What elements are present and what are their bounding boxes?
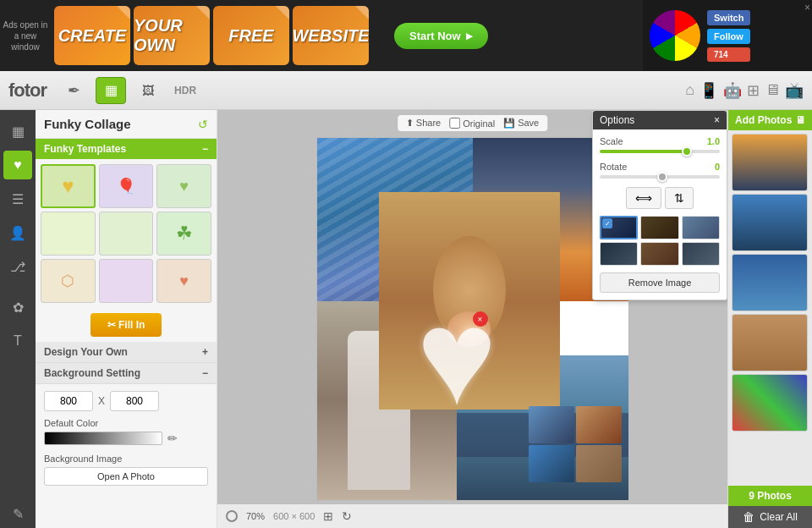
android-icon[interactable]: 🤖: [723, 81, 742, 100]
desktop-icon[interactable]: 🖥: [765, 81, 780, 99]
dimension-width-input[interactable]: [44, 391, 93, 411]
photo-thumbnail-lake: [732, 195, 807, 250]
filter-thumb-5[interactable]: [640, 242, 678, 266]
scale-label: Scale: [600, 136, 623, 146]
template-thumb-1[interactable]: ♥: [41, 164, 96, 208]
filter-thumb-2[interactable]: [640, 216, 678, 239]
app-layout: ▦ ♥ ☰ 👤 ⎇ ✿ T ✎ Funky Collage ↺ Funky Te…: [0, 110, 812, 528]
funky-templates-toggle[interactable]: −: [202, 143, 208, 155]
ad-banner-website[interactable]: WEBSITE: [293, 6, 369, 65]
toolbar-collage-icon[interactable]: ▦: [96, 77, 126, 104]
rotate-icon[interactable]: ↻: [342, 509, 352, 523]
flip-vertical-button[interactable]: ⇅: [665, 187, 694, 209]
ad-banner-yourown[interactable]: YOUR OWN: [134, 6, 210, 65]
fill-in-button[interactable]: ✂ Fill In: [91, 313, 162, 337]
canvas-area: ⬆ Share Original 💾 Save: [217, 110, 727, 528]
left-panel: Funky Collage ↺ Funky Templates − ♥ 🎈 ♥: [36, 110, 217, 528]
template-thumb-8[interactable]: [99, 259, 154, 303]
fotor-switch-button[interactable]: Switch: [707, 10, 750, 25]
background-setting-toggle[interactable]: −: [202, 367, 208, 379]
rotate-row: Rotate 0: [600, 162, 720, 172]
monitor-icon[interactable]: 🖥: [795, 114, 805, 126]
filter-thumb-4[interactable]: [600, 242, 638, 266]
bg-image-label: Background Image: [44, 454, 208, 464]
photo-thumb-4[interactable]: [732, 314, 808, 371]
dimension-x: X: [98, 395, 105, 407]
open-photo-button[interactable]: Open A Photo: [44, 467, 208, 486]
photo-thumb-2[interactable]: [732, 194, 808, 251]
panel-refresh-icon[interactable]: ↺: [198, 118, 208, 131]
mobile-icon[interactable]: 📱: [700, 81, 718, 100]
icon-sidebar: ▦ ♥ ☰ 👤 ⎇ ✿ T ✎: [0, 110, 36, 528]
original-checkbox[interactable]: [449, 118, 460, 129]
fotor-gplus-button[interactable]: 714: [707, 47, 750, 62]
ad-free-label: FREE: [228, 26, 273, 46]
template-thumb-5[interactable]: [99, 212, 154, 256]
funky-templates-header: Funky Templates −: [36, 139, 217, 159]
scale-slider-thumb: [682, 146, 692, 157]
photo-thumbnail-cat: [732, 315, 807, 371]
flip-horizontal-button[interactable]: ⟺: [626, 187, 661, 209]
template-thumb-6[interactable]: ☘: [156, 212, 211, 256]
canvas-toolbar: ⬆ Share Original 💾 Save: [398, 115, 547, 131]
options-close-button[interactable]: ×: [714, 114, 720, 126]
template-thumb-7[interactable]: ⬡: [41, 259, 96, 303]
dimension-height-input[interactable]: [110, 391, 159, 411]
photo-thumb-1[interactable]: [732, 134, 808, 191]
fotor-follow-button[interactable]: Follow: [707, 29, 750, 44]
sidebar-icon-edit[interactable]: ✎: [3, 499, 32, 528]
sidebar-icon-list[interactable]: ☰: [3, 184, 32, 213]
sidebar-icon-flower[interactable]: ✿: [3, 293, 32, 322]
filter-thumb-3[interactable]: [682, 216, 720, 239]
panel-header: Funky Collage ↺: [36, 110, 217, 139]
share-button[interactable]: ⬆ Share: [406, 118, 441, 129]
toolbar-right-icons: ⌂ 📱 🤖 ⊞ 🖥 📺: [685, 81, 804, 100]
canvas-bottom-bar: 70% 600 × 600 ⊞ ↻: [217, 504, 727, 528]
ad-website-label: WEBSITE: [293, 26, 369, 46]
toolbar-edit-icon[interactable]: ✒: [58, 77, 89, 104]
scale-slider[interactable]: [600, 150, 720, 153]
trash-icon: 🗑: [743, 510, 754, 524]
home-icon[interactable]: ⌂: [685, 81, 694, 99]
switch-label: Switch: [714, 13, 743, 23]
canvas-collage: ♥ ×: [316, 137, 629, 501]
design-your-own-toggle[interactable]: +: [202, 346, 208, 358]
template-thumb-3[interactable]: ♥: [156, 164, 211, 208]
default-color-label: Default Color: [44, 418, 208, 428]
sidebar-icon-text[interactable]: T: [3, 327, 32, 355]
tv-icon[interactable]: 📺: [785, 81, 804, 100]
windows-icon[interactable]: ⊞: [747, 81, 760, 100]
toolbar-photo-icon[interactable]: 🖼: [133, 77, 163, 104]
ad-create-label: CREATE: [58, 26, 127, 46]
ad-banner-free[interactable]: FREE: [213, 6, 289, 65]
background-setting-label: Background Setting: [44, 367, 140, 379]
sidebar-icon-share[interactable]: ⎇: [3, 252, 32, 281]
remove-photo-icon[interactable]: ×: [473, 311, 488, 327]
sidebar-icon-person[interactable]: 👤: [3, 218, 32, 247]
template-thumb-2[interactable]: 🎈: [99, 164, 154, 208]
right-panel-footer: 9 Photos: [728, 486, 812, 506]
zoom-out-icon[interactable]: [226, 510, 238, 522]
ad-close-icon[interactable]: ×: [804, 2, 810, 14]
remove-image-button[interactable]: Remove Image: [600, 272, 720, 293]
toolbar-hdr-icon[interactable]: HDR: [170, 77, 200, 104]
filter-thumb-6[interactable]: [682, 242, 720, 266]
filter-thumb-1[interactable]: ✓: [600, 216, 638, 239]
color-picker-icon[interactable]: ✏: [167, 432, 178, 445]
photo-thumb-3[interactable]: [732, 254, 808, 311]
template-thumb-4[interactable]: [41, 212, 96, 256]
ad-start-button[interactable]: Start Now: [394, 23, 488, 49]
template-thumb-9[interactable]: ♥: [156, 259, 211, 303]
color-gradient-bar[interactable]: [44, 432, 162, 445]
clear-all-row[interactable]: 🗑 Clear All: [728, 506, 812, 528]
fotor-brand: fotor: [8, 80, 47, 102]
rotate-slider[interactable]: [600, 175, 720, 179]
options-panel: Options × Scale 1.0 Rotate 0: [592, 110, 727, 300]
filter-grid: ✓: [600, 216, 720, 266]
save-button[interactable]: 💾 Save: [503, 118, 539, 129]
grid-icon[interactable]: ⊞: [323, 509, 333, 523]
ad-banner-create[interactable]: CREATE: [54, 6, 130, 65]
sidebar-icon-layers[interactable]: ▦: [3, 117, 32, 146]
photo-thumb-5[interactable]: [732, 374, 808, 432]
sidebar-icon-collage[interactable]: ♥: [3, 151, 32, 179]
